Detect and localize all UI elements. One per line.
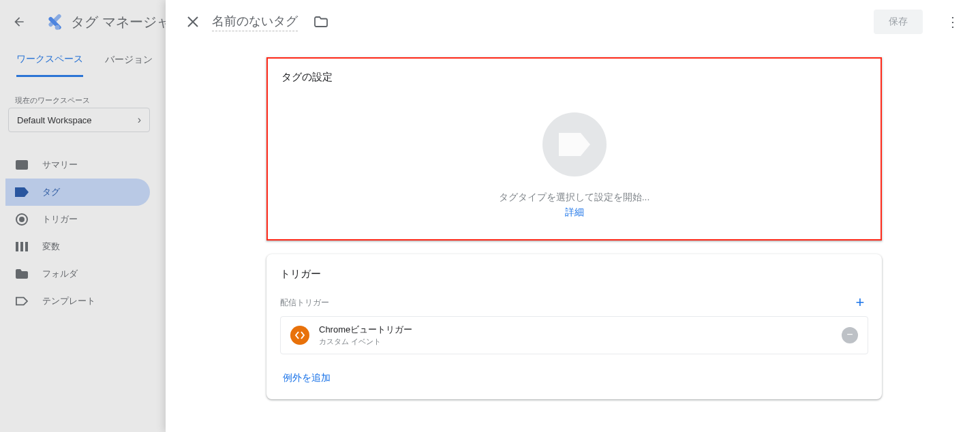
tag-config-hint: タグタイプを選択して設定を開始... bbox=[499, 191, 650, 204]
tag-editor-panel: 名前のないタグ 保存 ⋮ タグの設定 タグタイプを選択して設定を開始... 詳細… bbox=[166, 0, 980, 432]
trigger-row[interactable]: Chromeビュートリガー カスタム イベント − bbox=[280, 316, 868, 354]
remove-trigger-button[interactable]: − bbox=[842, 327, 858, 343]
tag-config-detail-link[interactable]: 詳細 bbox=[565, 206, 584, 219]
custom-event-icon bbox=[290, 326, 309, 345]
trigger-type: カスタム イベント bbox=[319, 337, 832, 347]
tag-configuration-card[interactable]: タグの設定 タグタイプを選択して設定を開始... 詳細 bbox=[266, 57, 882, 241]
save-button[interactable]: 保存 bbox=[874, 10, 923, 34]
close-icon[interactable] bbox=[185, 14, 201, 30]
folder-icon[interactable] bbox=[313, 14, 329, 30]
tag-name-input[interactable]: 名前のないタグ bbox=[212, 13, 298, 31]
tag-placeholder-icon bbox=[542, 112, 607, 176]
tag-config-title: タグの設定 bbox=[268, 59, 881, 84]
add-exception-link[interactable]: 例外を追加 bbox=[266, 362, 347, 399]
more-menu-icon[interactable]: ⋮ bbox=[939, 8, 966, 35]
firing-trigger-label: 配信トリガー bbox=[280, 297, 329, 309]
trigger-card: トリガー 配信トリガー + Chromeビュートリガー カスタム イベント − … bbox=[266, 254, 882, 399]
add-trigger-button[interactable]: + bbox=[852, 294, 868, 311]
trigger-name: Chromeビュートリガー bbox=[319, 324, 832, 336]
trigger-title: トリガー bbox=[266, 254, 882, 286]
